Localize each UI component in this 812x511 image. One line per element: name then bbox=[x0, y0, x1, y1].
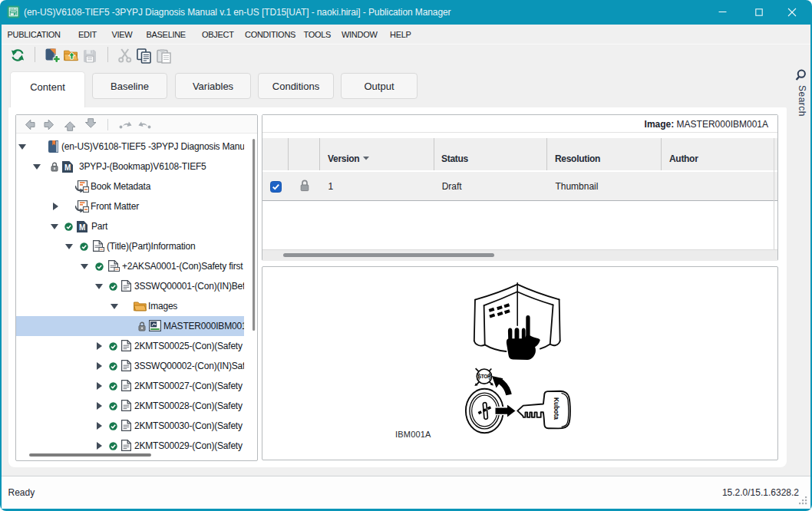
svg-text:M: M bbox=[64, 163, 71, 172]
svg-text:Kubota: Kubota bbox=[553, 397, 560, 420]
svg-text:M: M bbox=[79, 223, 85, 232]
svg-text:STOP: STOP bbox=[478, 374, 491, 379]
